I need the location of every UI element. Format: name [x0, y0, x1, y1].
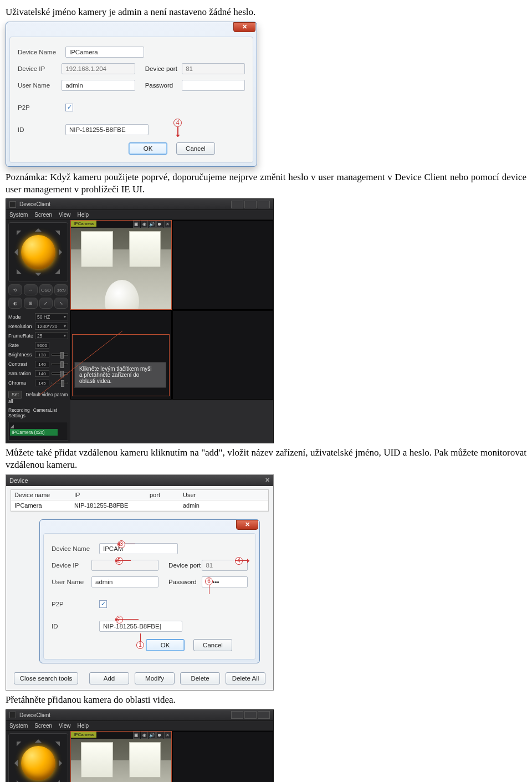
cam-icon-3[interactable]: 🔊 [149, 732, 156, 739]
pop-device-ip-input[interactable] [91, 560, 158, 571]
menu-help[interactable]: Help [78, 212, 89, 218]
cam-icon-1[interactable]: ▣ [133, 221, 140, 228]
menu-bar-2: System Screen View Help [6, 721, 273, 731]
minimize-button[interactable] [231, 711, 243, 719]
device-ip-input[interactable]: 192.168.1.204 [62, 63, 135, 74]
chroma-slider[interactable] [52, 382, 68, 384]
ptz-downright-icon[interactable] [55, 269, 65, 279]
ctrl-aspect-button[interactable]: 16:9 [54, 284, 68, 295]
framerate-select[interactable]: 25 [35, 332, 68, 339]
close-button[interactable]: ✕ [233, 22, 255, 32]
menu-screen[interactable]: Screen [34, 723, 52, 729]
recording-settings-button[interactable]: Recording Settings [8, 407, 30, 418]
menu-help[interactable]: Help [78, 723, 89, 729]
ptz-downleft-icon[interactable] [12, 780, 22, 782]
id-input[interactable]: NIP-181255-B8FBE [65, 124, 149, 135]
add-button[interactable]: Add [89, 672, 129, 684]
device-port-input[interactable]: 81 [182, 63, 245, 74]
ptz-upright-icon[interactable] [55, 737, 65, 746]
ctrl-osd-button[interactable]: OSD [39, 284, 53, 295]
cancel-button[interactable]: Cancel [176, 142, 215, 155]
popup-cancel-button[interactable]: Cancel [193, 639, 232, 651]
cam-icon-close[interactable]: ✕ [164, 221, 171, 228]
tree-camera-item[interactable]: IPCamera (x2x) [10, 429, 58, 436]
resolution-select[interactable]: 1280*720 [35, 323, 68, 330]
delete-all-button[interactable]: Delete All [226, 672, 265, 684]
ctrl-a-button[interactable]: ◐ [8, 298, 22, 309]
device-name-input[interactable]: IPCamera [65, 47, 144, 58]
video-cell-3[interactable]: Klikněte levým tlačítkem myši a přetáhně… [70, 310, 172, 400]
p2p-checkbox[interactable]: ✓ [65, 104, 73, 111]
close-window-button[interactable] [258, 711, 270, 719]
pop-user-name-input[interactable]: admin [91, 576, 158, 587]
settings-bottom: Set Default video param all Recording Se… [8, 391, 68, 418]
ptz-down-icon[interactable] [35, 273, 42, 279]
ptz-control[interactable] [8, 222, 68, 282]
ptz-downleft-icon[interactable] [12, 269, 22, 279]
close-window-button[interactable] [258, 201, 270, 208]
video-cell-2[interactable] [172, 220, 274, 310]
ptz-up-icon[interactable] [35, 736, 42, 743]
video-cell-4[interactable] [172, 310, 274, 400]
ctrl-flip-button[interactable]: ⟲ [8, 284, 22, 295]
ptz-upright-icon[interactable] [55, 226, 65, 236]
ctrl-d-button[interactable]: ⤡ [54, 298, 68, 309]
cam-icon-1[interactable]: ▣ [133, 732, 140, 739]
contrast-value[interactable]: 140 [35, 361, 49, 367]
maximize-button[interactable] [244, 201, 257, 208]
delete-button[interactable]: Delete [180, 672, 220, 684]
popup-ok-button[interactable]: OK [146, 639, 185, 651]
close-search-tools-button[interactable]: Close search tools [14, 672, 78, 684]
video-cell-2[interactable] [172, 731, 274, 783]
menu-screen[interactable]: Screen [34, 212, 52, 218]
brightness-value[interactable]: 138 [35, 351, 49, 358]
cam-icon-4[interactable]: ⏺ [156, 732, 163, 739]
ctrl-b-button[interactable]: ⊞ [24, 298, 38, 309]
password-input[interactable] [182, 80, 245, 91]
maximize-button[interactable] [244, 711, 257, 719]
cam-icon-3[interactable]: 🔊 [149, 221, 156, 228]
ptz-control[interactable] [8, 733, 68, 783]
rate-value[interactable]: 9000 [35, 342, 49, 349]
tree-expand-icon[interactable]: ◢ [10, 423, 14, 429]
video-cell-1[interactable]: IPCamera ▣ ◉ 🔊 ⏺ ✕ [70, 731, 172, 783]
ctrl-c-button[interactable]: ⤢ [39, 298, 53, 309]
cam-icon-close[interactable]: ✕ [164, 732, 171, 739]
ctrl-mirror-button[interactable]: ↔ [24, 284, 38, 295]
ptz-upleft-icon[interactable] [12, 226, 22, 236]
ptz-right-icon[interactable] [59, 760, 65, 766]
camera-tree[interactable]: ◢ IPCamera (x2x) [8, 422, 68, 441]
ptz-up-icon[interactable] [35, 225, 42, 232]
devmgr-close-icon[interactable]: ✕ [265, 477, 270, 484]
cameralist-button[interactable]: CameraList [33, 407, 57, 418]
saturation-value[interactable]: 140 [35, 370, 49, 377]
ptz-right-icon[interactable] [59, 249, 65, 255]
ptz-upleft-icon[interactable] [12, 737, 22, 746]
table-row[interactable]: IPCamera NIP-181255-B8FBE admin [11, 500, 268, 511]
modify-button[interactable]: Modify [135, 672, 175, 684]
contrast-slider[interactable] [52, 363, 68, 365]
cam-icon-4[interactable]: ⏺ [156, 221, 163, 228]
ptz-left-icon[interactable] [11, 760, 18, 766]
saturation-slider[interactable] [52, 372, 68, 375]
ok-button[interactable]: OK [129, 142, 167, 155]
cam-icon-2[interactable]: ◉ [141, 732, 148, 739]
chroma-value[interactable]: 145 [35, 380, 49, 386]
menu-view[interactable]: View [59, 212, 71, 218]
cam-icon-2[interactable]: ◉ [141, 221, 148, 228]
pop-device-name-input[interactable]: IPCAM [99, 543, 178, 554]
brightness-slider[interactable] [52, 354, 68, 356]
pop-p2p-checkbox[interactable]: ✓ [99, 600, 107, 608]
user-name-input[interactable]: admin [62, 80, 135, 91]
ptz-left-icon[interactable] [11, 249, 18, 255]
menu-system[interactable]: System [9, 723, 28, 729]
set-button[interactable]: Set [8, 391, 22, 398]
pop-id-input[interactable]: NIP-181255-B8FBE| [99, 621, 182, 632]
menu-system[interactable]: System [9, 212, 28, 218]
minimize-button[interactable] [231, 201, 243, 208]
mode-select[interactable]: 50 HZ [35, 313, 68, 320]
video-cell-1[interactable]: IPCamera ▣ ◉ 🔊 ⏺ ✕ [70, 220, 172, 310]
ptz-downright-icon[interactable] [55, 780, 65, 782]
menu-view[interactable]: View [59, 723, 71, 729]
popup-close-button[interactable]: ✕ [236, 520, 258, 530]
